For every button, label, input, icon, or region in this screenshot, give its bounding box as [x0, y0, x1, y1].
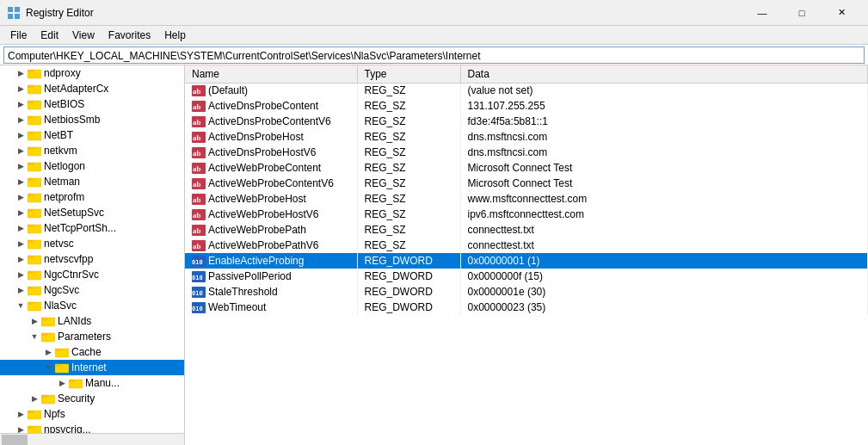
- tree-node[interactable]: ▶ netvsc: [0, 236, 184, 251]
- tree-expand-icon[interactable]: ▶: [14, 127, 28, 143]
- menu-item-edit[interactable]: Edit: [34, 28, 65, 43]
- table-row[interactable]: ab ActiveDnsProbeHostREG_SZdns.msftncsi.…: [185, 129, 868, 145]
- svg-rect-71: [28, 411, 34, 413]
- col-type[interactable]: Type: [357, 65, 460, 83]
- tree-node[interactable]: ▶ Manu...: [0, 375, 184, 391]
- string-value-icon: ab: [192, 84, 208, 96]
- tree-node-label: NgcCtnrSvc: [44, 269, 99, 281]
- svg-rect-1: [15, 7, 20, 12]
- cell-type: REG_SZ: [357, 114, 460, 129]
- cell-data: ipv6.msftconnecttest.com: [460, 207, 868, 222]
- tree-expand-icon[interactable]: ▶: [14, 143, 28, 158]
- tree-node[interactable]: ▶ LANIds: [0, 313, 184, 329]
- tree-expand-icon[interactable]: ▼: [28, 329, 41, 344]
- tree-expand-icon[interactable]: ▶: [14, 205, 28, 220]
- tree-node-label: NetTcpPortSh...: [44, 222, 116, 234]
- cell-data: 0x0000001e (30): [460, 284, 868, 300]
- tree-expand-icon[interactable]: ▶: [14, 251, 28, 267]
- tree-node[interactable]: ▶ netvscvfpp: [0, 251, 184, 267]
- close-button[interactable]: ✕: [822, 0, 861, 26]
- tree-node-label: Manu...: [85, 377, 120, 389]
- tree-node[interactable]: ▶ ndproxy: [0, 65, 184, 81]
- cell-type: REG_SZ: [357, 160, 460, 176]
- tree-expand-icon[interactable]: ▶: [14, 236, 28, 251]
- tree-node[interactable]: ▶ NetTcpPortSh...: [0, 220, 184, 236]
- table-row[interactable]: ab ActiveWebProbeContentREG_SZMicrosoft …: [185, 160, 868, 176]
- tree-node[interactable]: ▶ NetBIOS: [0, 96, 184, 112]
- table-row[interactable]: ab ActiveWebProbeContentV6REG_SZMicrosof…: [185, 176, 868, 191]
- tree-node[interactable]: ▼ Internet: [0, 360, 184, 375]
- cell-type: REG_DWORD: [357, 300, 460, 315]
- table-row[interactable]: ab ActiveDnsProbeContentREG_SZ131.107.25…: [185, 98, 868, 114]
- tree-node[interactable]: ▶ Netman: [0, 174, 184, 189]
- string-value-icon: ab: [192, 115, 208, 127]
- table-row[interactable]: ab ActiveWebProbeHostREG_SZwww.msftconne…: [185, 191, 868, 207]
- table-row[interactable]: ab ActiveWebProbeHostV6REG_SZipv6.msftco…: [185, 207, 868, 222]
- tree-panel[interactable]: ▶ ndproxy▶ NetAdapterCx▶ NetBIOS▶ Netbio…: [0, 65, 185, 445]
- address-path[interactable]: Computer\HKEY_LOCAL_MACHINE\SYSTEM\Curre…: [3, 46, 865, 64]
- col-data[interactable]: Data: [460, 65, 868, 83]
- tree-node[interactable]: ▶ netkvm: [0, 143, 184, 158]
- svg-text:ab: ab: [193, 242, 201, 250]
- tree-expand-icon[interactable]: ▶: [14, 189, 28, 205]
- tree-expand-icon[interactable]: ▶: [14, 96, 28, 112]
- cell-type: REG_SZ: [357, 176, 460, 191]
- tree-node-label: NetAdapterCx: [44, 83, 108, 95]
- menu-item-help[interactable]: Help: [157, 28, 193, 43]
- svg-rect-8: [28, 85, 34, 88]
- tree-node[interactable]: ▶ NgcCtnrSvc: [0, 267, 184, 282]
- registry-table: Name Type Data ab (Default)REG_SZ(value …: [185, 65, 868, 315]
- tree-node[interactable]: ▶ Security: [0, 391, 184, 406]
- tree-node[interactable]: ▼ Parameters: [0, 329, 184, 344]
- minimize-button[interactable]: —: [742, 0, 782, 26]
- svg-text:010: 010: [192, 275, 203, 281]
- tree-expand-icon[interactable]: ▶: [28, 391, 41, 406]
- tree-expand-icon[interactable]: ▶: [14, 158, 28, 174]
- tree-scrollbar-horizontal[interactable]: [0, 433, 184, 445]
- col-name[interactable]: Name: [185, 65, 357, 83]
- folder-icon: [28, 238, 41, 250]
- tree-expand-icon[interactable]: ▶: [14, 406, 28, 422]
- tree-expand-icon[interactable]: ▶: [14, 81, 28, 96]
- table-row[interactable]: ab ActiveWebProbePathREG_SZconnecttest.t…: [185, 222, 868, 238]
- tree-expand-icon[interactable]: ▶: [14, 174, 28, 189]
- tree-node[interactable]: ▶ NgcSvc: [0, 282, 184, 298]
- menu-item-view[interactable]: View: [65, 28, 102, 43]
- tree-expand-icon[interactable]: ▶: [28, 313, 41, 329]
- tree-expand-icon[interactable]: ▼: [41, 360, 55, 375]
- tree-expand-icon[interactable]: ▶: [14, 220, 28, 236]
- table-row[interactable]: ab (Default)REG_SZ(value not set): [185, 83, 868, 98]
- tree-node[interactable]: ▶ Npfs: [0, 406, 184, 422]
- tree-expand-icon[interactable]: ▶: [14, 65, 28, 81]
- cell-data: dns.msftncsi.com: [460, 129, 868, 145]
- tree-node[interactable]: ▶ Netlogon: [0, 158, 184, 174]
- table-row[interactable]: 010 PassivePollPeriodREG_DWORD0x0000000f…: [185, 269, 868, 284]
- table-row[interactable]: 010 WebTimeoutREG_DWORD0x00000023 (35): [185, 300, 868, 315]
- tree-node[interactable]: ▶ Cache: [0, 344, 184, 360]
- tree-expand-icon[interactable]: ▶: [14, 267, 28, 282]
- folder-icon: [28, 145, 41, 158]
- table-row[interactable]: ab ActiveWebProbePathV6REG_SZconnecttest…: [185, 238, 868, 253]
- tree-expand-icon[interactable]: ▶: [41, 344, 55, 360]
- svg-rect-62: [55, 364, 61, 367]
- table-row[interactable]: ab ActiveDnsProbeHostV6REG_SZdns.msftncs…: [185, 145, 868, 160]
- tree-expand-icon[interactable]: ▶: [55, 375, 69, 391]
- tree-node[interactable]: ▶ NetbiosSmb: [0, 112, 184, 127]
- tree-expand-icon[interactable]: ▶: [14, 112, 28, 127]
- svg-rect-3: [15, 14, 20, 19]
- table-row[interactable]: ab ActiveDnsProbeContentV6REG_SZfd3e:4f5…: [185, 114, 868, 129]
- address-bar: Computer\HKEY_LOCAL_MACHINE\SYSTEM\Curre…: [0, 45, 868, 65]
- menu-item-file[interactable]: File: [3, 28, 34, 43]
- tree-expand-icon[interactable]: ▶: [14, 282, 28, 298]
- table-row[interactable]: 010 StaleThresholdREG_DWORD0x0000001e (3…: [185, 284, 868, 300]
- tree-node[interactable]: ▶ netprofm: [0, 189, 184, 205]
- tree-node[interactable]: ▼ NlaSvc: [0, 298, 184, 313]
- tree-node[interactable]: ▶ NetBT: [0, 127, 184, 143]
- tree-node[interactable]: ▶ NetAdapterCx: [0, 81, 184, 96]
- table-row[interactable]: 010 EnableActiveProbingREG_DWORD0x000000…: [185, 253, 868, 269]
- tree-node[interactable]: ▶ NetSetupSvc: [0, 205, 184, 220]
- tree-expand-icon[interactable]: ▼: [14, 298, 28, 313]
- maximize-button[interactable]: □: [782, 0, 822, 26]
- window-controls: — □ ✕: [742, 0, 861, 26]
- menu-item-favorites[interactable]: Favorites: [102, 28, 157, 43]
